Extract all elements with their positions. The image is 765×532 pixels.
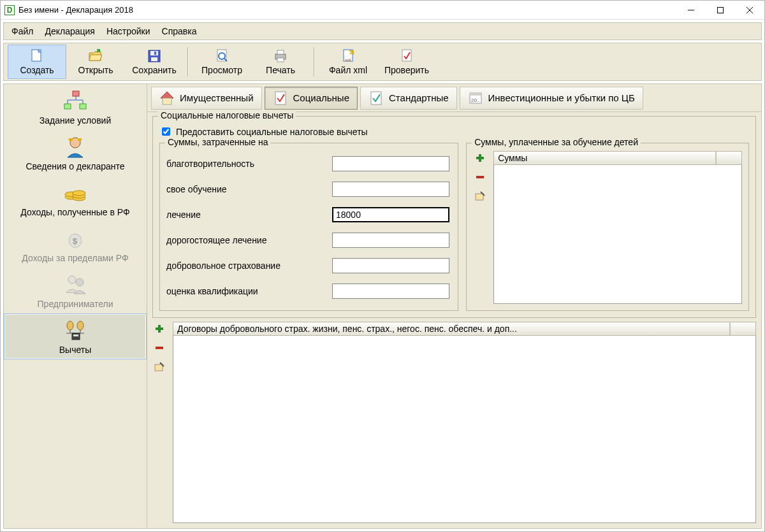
row-voluntary-insurance: добровольное страхование — [166, 253, 451, 278]
provide-checkbox[interactable] — [162, 127, 170, 136]
tab-standard[interactable]: Стандартные — [360, 87, 457, 110]
edit-button[interactable] — [152, 360, 166, 374]
contracts-list[interactable] — [173, 336, 756, 523]
toolbar-label: Печать — [266, 65, 295, 75]
minus-icon — [475, 172, 485, 182]
svg-rect-24 — [64, 104, 71, 109]
children-edu-list[interactable] — [493, 165, 742, 304]
svg-point-42 — [77, 321, 84, 330]
preview-icon — [214, 48, 229, 64]
provide-checkbox-row: Предоставить социальные налоговые вычеты — [159, 126, 749, 138]
input-qualification[interactable] — [332, 284, 449, 299]
input-own-education[interactable] — [332, 182, 449, 197]
contracts-header: Договоры добровольного страх. жизни, пен… — [173, 322, 756, 336]
toolbar-label: Файл xml — [329, 65, 367, 75]
row-treatment: лечение — [166, 202, 451, 227]
remove-button[interactable] — [152, 341, 166, 355]
svg-point-40 — [76, 278, 84, 286]
window-controls — [676, 1, 764, 20]
maximize-button[interactable] — [706, 1, 735, 20]
window-title: Без имени - Декларация 2018 — [18, 5, 133, 15]
header-cell-empty[interactable] — [716, 152, 741, 164]
toolbar-separator — [187, 47, 189, 76]
toolbar-label: Открыть — [78, 65, 113, 75]
print-icon — [273, 48, 288, 64]
toolbar-save-button[interactable]: Сохранить — [125, 45, 184, 79]
header-cell-sums[interactable]: Суммы — [494, 152, 716, 164]
label-charity: благотворительность — [166, 159, 332, 169]
toolbar-check-button[interactable]: Проверить — [377, 45, 436, 79]
add-button[interactable] — [473, 151, 487, 165]
contracts-tools — [152, 322, 169, 523]
input-expensive-treatment[interactable] — [332, 233, 449, 248]
input-treatment[interactable] — [332, 207, 449, 222]
close-button[interactable] — [735, 1, 764, 20]
menu-settings[interactable]: Настройки — [103, 25, 154, 38]
toolbar-create-button[interactable]: Создать — [8, 45, 66, 79]
nav-income-rf[interactable]: Доходы, полученные в РФ — [4, 176, 147, 222]
row-qualification: оценка квалификации — [166, 278, 451, 304]
svg-text:xml: xml — [345, 58, 351, 62]
add-button[interactable] — [152, 322, 166, 336]
new-file-icon — [29, 48, 45, 64]
left-nav: Задание условий Сведения о декларанте До… — [3, 83, 147, 529]
svg-rect-32 — [78, 138, 82, 141]
svg-text:$: $ — [73, 236, 78, 246]
fieldset-spent: Суммы, затраченные на благотворительност… — [159, 143, 458, 311]
nav-income-abroad: $ Доходы за пределами РФ — [4, 222, 147, 268]
remove-button[interactable] — [473, 170, 487, 184]
header-cell-empty[interactable] — [730, 322, 755, 335]
person-icon — [62, 136, 88, 159]
toolbar-preview-button[interactable]: Просмотр — [193, 45, 251, 79]
minimize-button[interactable] — [676, 1, 706, 20]
calendar-icon: 20.. — [468, 90, 483, 106]
menu-help[interactable]: Справка — [158, 25, 201, 38]
nav-declarant[interactable]: Сведения о декларанте — [4, 130, 147, 176]
svg-rect-51 — [371, 92, 381, 104]
toolbar-label: Проверить — [384, 65, 429, 75]
input-voluntary-insurance[interactable] — [332, 258, 449, 273]
svg-rect-47 — [73, 334, 78, 336]
tab-social[interactable]: Социальные — [265, 87, 358, 110]
contracts-list-wrapper: Договоры добровольного страх. жизни, пен… — [173, 322, 756, 523]
label-expensive-treatment: дорогостоящее лечение — [166, 235, 332, 245]
tab-label: Инвестиционные и убытки по ЦБ — [488, 92, 635, 103]
nav-label: Предприниматели — [38, 299, 113, 309]
fieldset-social: Социальные налоговые вычеты Предоставить… — [152, 116, 756, 318]
children-edu-header: Суммы — [493, 151, 742, 165]
toolbar: Создать Открыть Сохранить Просмотр Печат… — [3, 43, 762, 81]
svg-text:20..: 20.. — [471, 97, 479, 103]
edit-button[interactable] — [473, 189, 487, 203]
svg-marker-7 — [89, 55, 102, 61]
svg-rect-12 — [154, 52, 156, 55]
menu-file[interactable]: Файл — [8, 25, 37, 38]
nav-label: Задание условий — [40, 115, 111, 126]
toolbar-open-button[interactable]: Открыть — [66, 45, 125, 79]
deductions-icon — [62, 319, 88, 342]
minus-icon — [154, 343, 164, 353]
spent-legend: Суммы, затраченные на — [165, 137, 270, 147]
nav-entrepreneur: Предприниматели — [4, 268, 147, 313]
tabstrip: Имущественный Социальные Стандартные 20.… — [147, 84, 761, 112]
toolbar-xml-button[interactable]: xml Файл xml — [319, 45, 377, 79]
svg-rect-25 — [80, 104, 86, 109]
contracts-header-cell[interactable]: Договоры добровольного страх. жизни, пен… — [173, 322, 730, 335]
svg-rect-18 — [277, 58, 284, 62]
xml-file-icon: xml — [340, 48, 356, 64]
money-bag-icon: $ — [62, 227, 88, 250]
label-voluntary-insurance: добровольное страхование — [166, 261, 332, 271]
plus-icon — [154, 324, 164, 334]
toolbar-print-button[interactable]: Печать — [251, 45, 310, 79]
menu-declaration[interactable]: Декларация — [41, 25, 99, 38]
nav-conditions[interactable]: Задание условий — [4, 84, 147, 130]
check-doc-icon — [273, 90, 288, 106]
edit-icon — [475, 191, 485, 201]
label-qualification: оценка квалификации — [166, 286, 332, 296]
tab-invest[interactable]: 20.. Инвестиционные и убытки по ЦБ — [460, 87, 643, 110]
nav-deductions[interactable]: Вычеты — [4, 313, 147, 359]
tab-property[interactable]: Имущественный — [151, 87, 262, 110]
tab-label: Социальные — [293, 92, 349, 103]
input-charity[interactable] — [332, 156, 449, 171]
fieldset-children-education: Суммы, уплаченные за обучение детей — [466, 143, 749, 311]
check-doc-icon — [368, 90, 384, 106]
